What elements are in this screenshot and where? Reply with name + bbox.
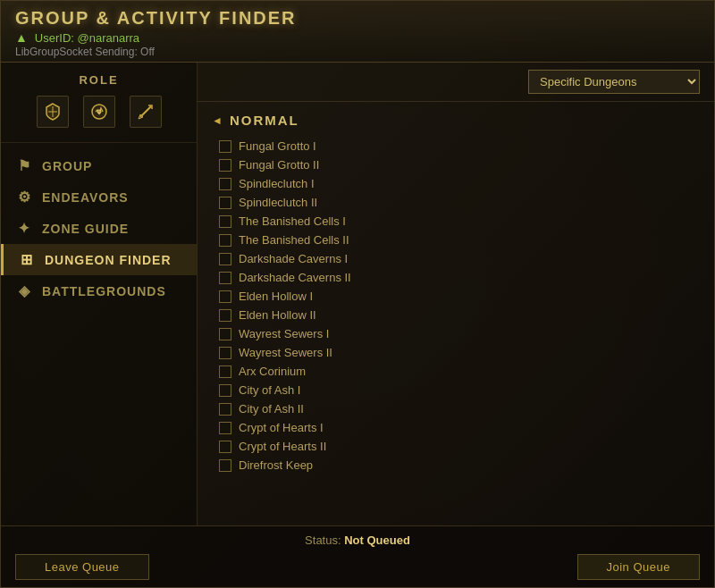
dungeon-name: Fungal Grotto II [239,158,319,172]
dungeon-list-item[interactable]: Fungal Grotto II [212,155,700,174]
sidebar-item-label: ZONE GUIDE [42,222,129,236]
role-section: ROLE [1,73,197,143]
role-icons [15,96,182,128]
dungeon-list-item[interactable]: Darkshade Caverns I [212,249,700,268]
endeavors-icon: ⚙ [15,189,33,206]
dungeon-name: Arx Corinium [239,365,306,378]
dungeon-list-container[interactable]: ◄ NORMAL Fungal Grotto IFungal Grotto II… [198,102,714,525]
dungeon-type-dropdown-container[interactable]: Specific Dungeons Any Dungeon Random Nor… [528,70,700,94]
dungeon-list-item[interactable]: Wayrest Sewers I [212,324,700,343]
dungeon-finder-icon: ⊞ [18,251,36,268]
dungeon-name: Elden Hollow II [239,308,316,322]
dungeon-list-item[interactable]: Elden Hollow II [212,306,700,324]
user-id: UserID: @naranarra [35,31,139,45]
sidebar-item-zone-guide[interactable]: ✦ ZONE GUIDE [1,213,197,244]
dungeon-list-item[interactable]: City of Ash II [212,399,700,418]
dungeon-name: Wayrest Sewers I [239,327,329,340]
header: GROUP & ACTIVITY FINDER ▲ UserID: @naran… [1,1,714,63]
dungeon-name: Darkshade Caverns I [239,252,348,265]
dungeon-checkbox[interactable] [219,253,231,265]
dungeon-list-item[interactable]: City of Ash I [212,381,700,399]
leave-queue-button[interactable]: Leave Queue [15,554,149,580]
dungeon-list-item[interactable]: Elden Hollow I [212,287,700,306]
dungeon-checkbox[interactable] [219,384,231,397]
dungeon-name: Crypt of Hearts I [239,421,324,434]
healer-icon[interactable] [83,96,115,128]
dungeon-checkbox[interactable] [219,309,231,322]
user-status-icon: ▲ [15,30,28,45]
dungeon-name: The Banished Cells II [239,233,349,247]
dungeon-checkbox[interactable] [219,159,231,172]
battlegrounds-icon: ◈ [15,282,33,299]
section-title: NORMAL [230,113,299,128]
dungeon-name: The Banished Cells I [239,214,346,228]
dungeon-name: Crypt of Hearts II [239,440,326,453]
tank-icon[interactable] [37,96,69,128]
dungeon-name: Elden Hollow I [239,290,313,303]
dungeon-list-item[interactable]: Spindleclutch II [212,193,700,212]
dungeon-list-item[interactable]: Darkshade Caverns II [212,268,700,287]
dungeon-name: Spindleclutch II [239,196,317,209]
dungeon-list-item[interactable]: Fungal Grotto I [212,137,700,155]
dungeon-checkbox[interactable] [219,459,231,472]
dungeon-list-item[interactable]: Crypt of Hearts II [212,437,700,456]
dungeon-name: Darkshade Caverns II [239,271,351,284]
dungeon-list-item[interactable]: The Banished Cells I [212,212,700,231]
section-collapse-arrow[interactable]: ◄ [212,114,223,127]
dungeon-items-container: Fungal Grotto IFungal Grotto IISpindlecl… [212,137,700,475]
app-container: GROUP & ACTIVITY FINDER ▲ UserID: @naran… [0,0,715,588]
status-line: Status: Not Queued [15,533,700,547]
dungeon-name: Wayrest Sewers II [239,346,332,359]
dungeon-list-item[interactable]: Arx Corinium [212,362,700,381]
dungeon-checkbox[interactable] [219,140,231,153]
dungeon-list-item[interactable]: Direfrost Keep [212,456,700,475]
svg-point-3 [97,110,101,113]
dungeon-list-item[interactable]: Wayrest Sewers II [212,343,700,362]
dungeon-checkbox[interactable] [219,234,231,247]
sidebar-item-label: ENDEAVORS [42,190,129,205]
dungeon-checkbox[interactable] [219,403,231,416]
status-value: Not Queued [344,533,410,547]
normal-section-header: ◄ NORMAL [212,109,700,131]
dps-icon[interactable] [130,96,162,128]
user-info: ▲ UserID: @naranarra [15,30,700,45]
dungeon-name: Direfrost Keep [239,458,313,472]
sidebar: ROLE [1,63,198,525]
sidebar-item-label: GROUP [42,159,92,173]
dungeon-list-item[interactable]: Spindleclutch I [212,174,700,193]
dungeon-checkbox[interactable] [219,347,231,359]
sidebar-item-endeavors[interactable]: ⚙ ENDEAVORS [1,181,197,213]
dungeon-checkbox[interactable] [219,365,231,378]
dungeon-checkbox[interactable] [219,197,231,209]
sidebar-item-battlegrounds[interactable]: ◈ BATTLEGROUNDS [1,275,197,307]
dungeon-checkbox[interactable] [219,290,231,303]
lib-group-status: LibGroupSocket Sending: Off [15,46,700,58]
dungeon-checkbox[interactable] [219,328,231,340]
dungeon-type-select[interactable]: Specific Dungeons Any Dungeon Random Nor… [528,70,700,94]
join-queue-button[interactable]: Join Queue [577,554,701,580]
content-header: Specific Dungeons Any Dungeon Random Nor… [198,63,714,102]
dungeon-name: Fungal Grotto I [239,139,316,153]
dungeon-list-item[interactable]: Crypt of Hearts I [212,418,700,437]
sidebar-item-label: BATTLEGROUNDS [42,284,166,298]
dungeon-checkbox[interactable] [219,272,231,284]
footer: Status: Not Queued Leave Queue Join Queu… [1,525,714,587]
group-icon: ⚑ [15,157,33,174]
dungeon-checkbox[interactable] [219,441,231,453]
dungeon-checkbox[interactable] [219,178,231,190]
role-label: ROLE [15,73,182,87]
sidebar-item-group[interactable]: ⚑ GROUP [1,150,197,181]
nav-items: ⚑ GROUP ⚙ ENDEAVORS ✦ ZONE GUIDE ⊞ DUNGE… [1,143,197,307]
dungeon-checkbox[interactable] [219,422,231,434]
main-layout: ROLE [1,63,714,525]
footer-buttons: Leave Queue Join Queue [15,554,700,580]
sidebar-item-dungeon-finder[interactable]: ⊞ DUNGEON FINDER [1,244,197,275]
dungeon-checkbox[interactable] [219,215,231,228]
zone-guide-icon: ✦ [15,220,33,237]
sidebar-item-label: DUNGEON FINDER [45,253,172,267]
page-title: GROUP & ACTIVITY FINDER [15,8,700,29]
dungeon-list-item[interactable]: The Banished Cells II [212,231,700,249]
status-label: Status: [305,533,341,547]
dungeon-name: City of Ash I [239,383,300,397]
dungeon-name: Spindleclutch I [239,177,315,190]
